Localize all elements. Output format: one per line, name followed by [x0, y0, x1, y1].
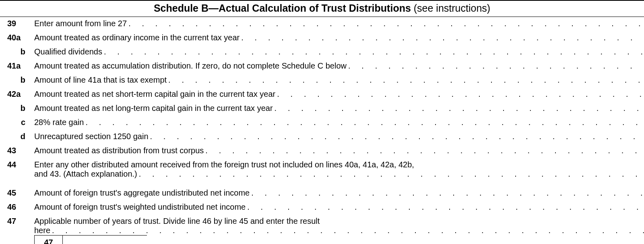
- line-41a: 41a Amount treated as accumulation distr…: [0, 59, 644, 73]
- line-45-text: Amount of foreign trust's aggregate undi…: [34, 186, 644, 200]
- line-42a: 42a Amount treated as net short-term cap…: [0, 88, 644, 102]
- line-40a-num: 40a: [0, 31, 34, 45]
- line-44: 44 Enter any other distributed amount re…: [0, 158, 644, 186]
- line-43-text: Amount treated as distribution from trus…: [34, 144, 644, 158]
- line-46-num: 46: [0, 200, 34, 215]
- line-42b-text: Amount treated as net long-term capital …: [34, 102, 644, 116]
- schedule-b-header: Schedule B—Actual Calculation of Trust D…: [0, 0, 644, 17]
- line-41a-num: 41a: [0, 59, 34, 73]
- line-42c: c 28% rate gain 42c: [0, 116, 644, 130]
- line-41b-num: b: [0, 73, 34, 88]
- line-45: 45 Amount of foreign trust's aggregate u…: [0, 186, 644, 200]
- line-42b-num: b: [0, 102, 34, 116]
- line-46-text: Amount of foreign trust's weighted undis…: [34, 200, 644, 215]
- line-47-inlinenum: 47: [34, 235, 62, 244]
- line-47-text: Applicable number of years of trust. Div…: [34, 215, 644, 244]
- line-39-text: Enter amount from line 27: [34, 17, 644, 31]
- line-45-num: 45: [0, 186, 34, 200]
- schedule-b-section: Schedule B—Actual Calculation of Trust D…: [0, 0, 644, 244]
- line-47-inlineamount[interactable]: [62, 235, 147, 244]
- line-42c-num: c: [0, 116, 34, 130]
- line-41b-text: Amount of line 41a that is tax exempt 41…: [34, 73, 644, 88]
- line-43-num: 43: [0, 144, 34, 158]
- line-40b-num: b: [0, 45, 34, 59]
- line-40a: 40a Amount treated as ordinary income in…: [0, 31, 644, 45]
- line-44-text1: Enter any other distributed amount recei…: [34, 160, 644, 169]
- line-40b-text: Qualified dividends 40b: [34, 45, 644, 59]
- line-39: 39 Enter amount from line 27 39: [0, 17, 644, 31]
- line-42a-num: 42a: [0, 88, 34, 102]
- line-42d-num: d: [0, 130, 34, 144]
- line-46: 46 Amount of foreign trust's weighted un…: [0, 200, 644, 215]
- line-47-text1: Applicable number of years of trust. Div…: [34, 217, 644, 226]
- line-39-num: 39: [0, 17, 34, 31]
- line-40b: b Qualified dividends 40b: [0, 45, 644, 59]
- line-41a-text: Amount treated as accumulation distribut…: [34, 59, 644, 73]
- line-42a-text: Amount treated as net short-term capital…: [34, 88, 644, 102]
- line-44-text: Enter any other distributed amount recei…: [34, 158, 644, 186]
- line-42d-text: Unrecaptured section 1250 gain 42d: [34, 130, 644, 144]
- line-41b: b Amount of line 41a that is tax exempt …: [0, 73, 644, 88]
- header-title-bold: Schedule B—Actual Calculation of Trust D…: [154, 2, 411, 14]
- line-42c-text: 28% rate gain 42c: [34, 116, 644, 130]
- line-40a-text: Amount treated as ordinary income in the…: [34, 31, 644, 45]
- line-44-num: 44: [0, 158, 34, 186]
- header-title-light: (see instructions): [411, 2, 490, 14]
- line-42d: d Unrecaptured section 1250 gain 42d: [0, 130, 644, 144]
- line-47-num: 47: [0, 215, 34, 244]
- line-47: 47 Applicable number of years of trust. …: [0, 215, 644, 244]
- line-42b: b Amount treated as net long-term capita…: [0, 102, 644, 116]
- line-43: 43 Amount treated as distribution from t…: [0, 144, 644, 158]
